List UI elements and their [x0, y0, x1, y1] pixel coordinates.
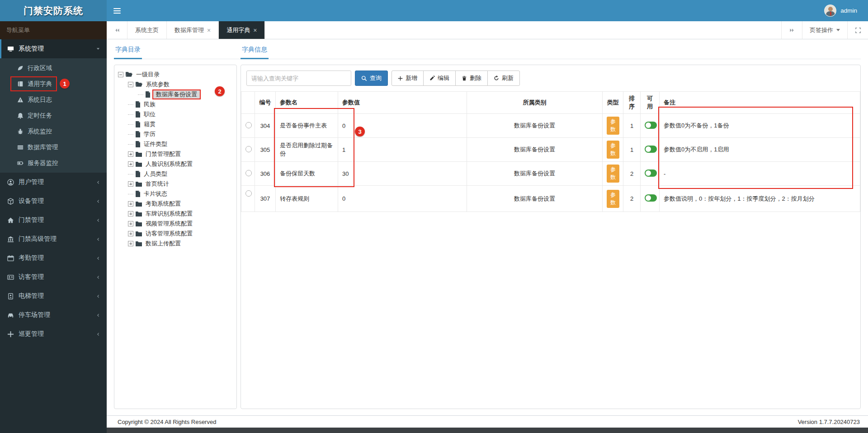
sidebar-group-attendance-management[interactable]: 考勤管理: [0, 249, 107, 268]
sidebar-group-elevator-management[interactable]: 电梯管理: [0, 287, 107, 306]
sidebar-group-patrol-management[interactable]: 巡更管理: [0, 325, 107, 344]
delete-button-label: 删除: [470, 74, 481, 82]
user-menu[interactable]: admin: [824, 5, 868, 17]
refresh-button[interactable]: 刷新: [487, 71, 520, 86]
search-button[interactable]: 查询: [355, 71, 388, 86]
table-row: 307 转存表规则 0 数据库备份设置 参数 2 参数值说明，0：按年划分，1：…: [241, 186, 860, 212]
row-radio[interactable]: [245, 146, 252, 152]
tabs-scroll-right-icon[interactable]: [781, 21, 802, 39]
desktop-icon: [7, 46, 14, 52]
annotation-marker-2: 2: [215, 86, 225, 96]
tab-dictionary[interactable]: 通用字典 ×: [219, 21, 265, 39]
chevron-left-icon: [96, 218, 100, 223]
trash-icon: [462, 75, 467, 81]
bank-icon: [7, 236, 14, 243]
row-radio[interactable]: [245, 170, 252, 176]
sidebar-group-visitor-management[interactable]: 访客管理: [0, 268, 107, 287]
tab-database-management[interactable]: 数据库管理 ×: [167, 21, 219, 39]
tree-node-attendance-config[interactable]: 考勤系统配置: [117, 199, 234, 209]
header-enabled: 可用: [641, 92, 660, 114]
tree-node-ethnicity[interactable]: 民族: [117, 99, 234, 109]
sidebar-item-system-log[interactable]: 系统日志: [0, 92, 107, 108]
sidebar-group-device-management[interactable]: 设备管理: [0, 192, 107, 211]
file-icon: [135, 171, 141, 177]
edit-button[interactable]: 编辑: [423, 71, 456, 86]
tree-node-plate-recognition-config[interactable]: 车牌识别系统配置: [117, 209, 234, 219]
expand-icon[interactable]: [128, 231, 133, 236]
tree-node-native-place[interactable]: 籍贯: [117, 119, 234, 129]
sidebar-group-parking-management[interactable]: 停车场管理: [0, 306, 107, 325]
expand-icon[interactable]: [128, 211, 133, 216]
tab-actions-dropdown[interactable]: 页签操作: [802, 21, 847, 39]
cell-category: 数据库备份设置: [467, 138, 603, 162]
fullscreen-icon[interactable]: [847, 21, 868, 39]
sidebar-item-database-management[interactable]: 数据库管理: [0, 139, 107, 155]
sidebar-item-server-monitor[interactable]: 服务器监控: [0, 155, 107, 171]
enabled-toggle[interactable]: [645, 122, 657, 129]
tree-node-face-recognition-config[interactable]: 人脸识别系统配置: [117, 159, 234, 169]
expand-icon[interactable]: [128, 151, 133, 157]
cell-sort: 1: [623, 114, 641, 138]
chevron-left-icon: [96, 275, 100, 280]
folder-icon: [135, 211, 142, 217]
enabled-toggle[interactable]: [645, 146, 657, 153]
tree-node-id-type[interactable]: 证件类型: [117, 139, 234, 149]
tree-node-label: 考勤系统配置: [144, 199, 182, 208]
folder-icon: [135, 201, 142, 207]
tab-system-home[interactable]: 系统主页: [127, 21, 167, 39]
cube-icon: [7, 198, 14, 205]
dictionary-info-panel: 查询 新增 编辑: [241, 65, 861, 409]
tree-node-card-status[interactable]: 卡片状态: [117, 189, 234, 199]
file-icon: [135, 131, 141, 137]
cell-remark: 参数值说明，0：按年划分，1：按季度划分，2：按月划分: [660, 186, 860, 212]
header-type: 类型: [603, 92, 623, 114]
delete-button[interactable]: 删除: [455, 71, 488, 86]
collapse-icon[interactable]: [118, 72, 123, 77]
tree-node-data-upload-config[interactable]: 数据上传配置: [117, 239, 234, 249]
expand-icon[interactable]: [128, 161, 133, 167]
close-tab-icon[interactable]: ×: [253, 27, 257, 33]
sidebar-item-system-monitor[interactable]: 系统监控: [0, 123, 107, 139]
tab-dictionary-catalog[interactable]: 字典目录: [114, 41, 142, 59]
tree-node-home-stats[interactable]: 首页统计: [117, 179, 234, 189]
sidebar-toggle-icon[interactable]: [107, 0, 127, 21]
tree-node-access-config[interactable]: 门禁管理配置: [117, 149, 234, 159]
close-tab-icon[interactable]: ×: [207, 27, 211, 33]
tree-node-visitor-config[interactable]: 访客管理系统配置: [117, 229, 234, 239]
username: admin: [840, 7, 857, 14]
sidebar-group-label: 考勤管理: [19, 254, 44, 262]
expand-icon[interactable]: [128, 181, 133, 187]
tree-node-education[interactable]: 学历: [117, 129, 234, 139]
folder-icon: [135, 181, 142, 187]
sidebar-group-system-management[interactable]: 系统管理: [0, 39, 107, 58]
sidebar-item-dictionary[interactable]: 通用字典 1: [0, 76, 107, 92]
tree-node-video-config[interactable]: 视频管理系统配置: [117, 219, 234, 229]
sidebar-group-access-management[interactable]: 门禁管理: [0, 211, 107, 230]
sidebar-group-user-management[interactable]: 用户管理: [0, 173, 107, 192]
chevron-left-icon: [96, 180, 100, 185]
tree-node-person-type[interactable]: 人员类型: [117, 169, 234, 179]
sidebar-group-access-advanced[interactable]: 门禁高级管理: [0, 230, 107, 249]
search-input[interactable]: [246, 71, 351, 86]
row-radio[interactable]: [245, 190, 252, 197]
row-radio[interactable]: [245, 122, 252, 128]
bell-icon: [17, 113, 24, 119]
dictionary-tree-panel: 一级目录 系统参数 数据库备份设置 民族: [114, 65, 237, 409]
tabs-scroll-left-icon[interactable]: [107, 21, 127, 39]
tab-dictionary-info[interactable]: 字典信息: [241, 41, 269, 59]
file-icon: [135, 191, 141, 197]
sidebar-item-scheduled-tasks[interactable]: 定时任务: [0, 108, 107, 123]
expand-icon[interactable]: [128, 201, 133, 207]
sidebar-item-admin-region[interactable]: 行政区域: [0, 60, 107, 76]
expand-icon[interactable]: [128, 241, 133, 246]
enabled-toggle[interactable]: [645, 169, 657, 177]
tree-node-position[interactable]: 职位: [117, 109, 234, 119]
add-button[interactable]: 新增: [392, 71, 424, 86]
enabled-toggle[interactable]: [645, 194, 657, 202]
collapse-icon[interactable]: [128, 82, 133, 87]
tree-node-root[interactable]: 一级目录: [117, 70, 234, 80]
top-navbar: admin: [107, 0, 868, 21]
tree-connector: [138, 94, 143, 95]
chevron-left-icon: [96, 294, 100, 299]
expand-icon[interactable]: [128, 221, 133, 226]
